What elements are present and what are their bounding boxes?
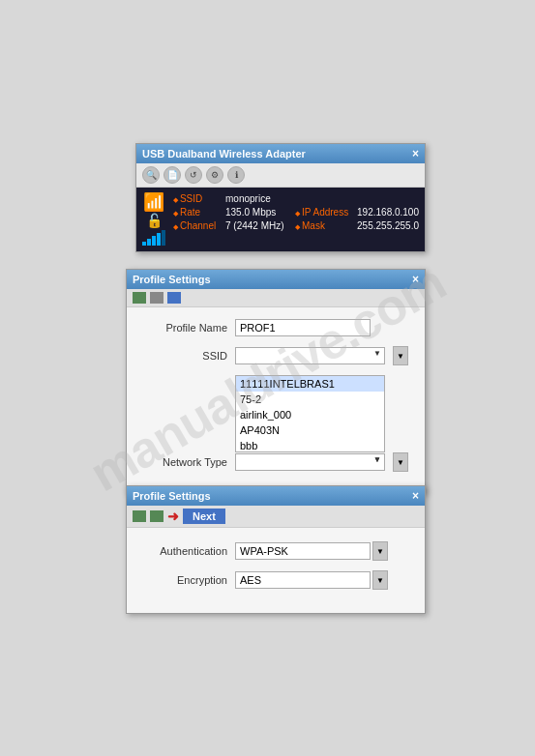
info-icon[interactable]: ℹ xyxy=(227,166,245,184)
wifi-status-row: 📶 🔓 SSID monoprice Rate 135.0 Mbps xyxy=(142,193,419,246)
profile-settings-auth-toolbar: ➜ Next xyxy=(127,506,425,528)
dropdown-item[interactable]: 11111INTELBRAS1 xyxy=(236,376,384,392)
encryption-dropdown-arrow[interactable]: ▼ xyxy=(372,570,388,590)
wifi-adapter-titlebar: USB Dualband Wireless Adapter × xyxy=(136,144,425,163)
settings-icon[interactable]: ⚙ xyxy=(206,166,223,184)
refresh-icon[interactable]: ↺ xyxy=(185,166,202,184)
ip-label: IP Address xyxy=(295,207,353,218)
rate-ip-row: Rate 135.0 Mbps IP Address 192.168.0.100 xyxy=(173,207,419,218)
wifi-adapter-title: USB Dualband Wireless Adapter xyxy=(142,148,306,160)
profile-settings-auth-close-button[interactable]: × xyxy=(412,489,419,503)
authentication-input[interactable] xyxy=(235,542,371,560)
next-nav-button[interactable] xyxy=(167,292,181,304)
bar2 xyxy=(147,239,151,246)
channel-label: Channel xyxy=(173,220,222,231)
auth-next-arrow-icon: ➜ xyxy=(167,509,179,524)
bar5 xyxy=(162,230,165,246)
ip-value: 192.168.0.100 xyxy=(357,207,419,218)
dropdown-item[interactable]: bbb xyxy=(236,438,384,452)
status-table: SSID monoprice Rate 135.0 Mbps IP Addres… xyxy=(173,193,419,234)
wifi-signal-icon: 📶 xyxy=(143,193,164,211)
wifi-adapter-toolbar: 🔍 📄 ↺ ⚙ ℹ xyxy=(136,163,425,188)
channel-value: 7 (2442 MHz) xyxy=(225,220,291,231)
ssid-select-wrapper xyxy=(235,347,385,364)
ssid-value: monoprice xyxy=(225,193,419,204)
ssid-label: SSID xyxy=(173,193,222,204)
profile-settings-auth-titlebar: Profile Settings × xyxy=(127,486,425,506)
network-type-label: Network Type xyxy=(142,456,227,468)
ssid-dropdown-list[interactable]: 11111INTELBRAS175-2airlink_000AP403NbbbB… xyxy=(235,375,385,452)
dropdown-item[interactable]: airlink_000 xyxy=(236,407,384,422)
encryption-label: Encryption xyxy=(142,574,227,586)
channel-mask-row: Channel 7 (2442 MHz) Mask 255.255.255.0 xyxy=(173,220,419,231)
authentication-row: Authentication ▼ xyxy=(142,541,409,561)
profile-settings-auth-title: Profile Settings xyxy=(133,490,211,502)
back-nav-button[interactable] xyxy=(133,292,146,304)
wifi-adapter-window: USB Dualband Wireless Adapter × 🔍 📄 ↺ ⚙ … xyxy=(135,143,426,252)
authentication-select-wrapper: ▼ xyxy=(235,541,388,561)
auth-prev-nav-button[interactable] xyxy=(150,510,163,522)
wifi-adapter-content: 📶 🔓 SSID monoprice Rate 135.0 Mbps xyxy=(136,188,425,251)
rate-label: Rate xyxy=(173,207,222,218)
profile-settings-titlebar: Profile Settings × xyxy=(127,270,425,289)
ssid-label: SSID xyxy=(142,350,227,362)
ssid-dropdown-arrow[interactable]: ▼ xyxy=(393,346,408,365)
document-icon[interactable]: 📄 xyxy=(163,166,181,184)
profile-name-input[interactable] xyxy=(235,319,371,336)
profile-settings-auth-body: Authentication ▼ Encryption ▼ xyxy=(127,528,425,613)
bar4 xyxy=(157,233,161,246)
signal-bars xyxy=(142,230,165,246)
dropdown-item[interactable]: 75-2 xyxy=(236,392,384,407)
authentication-dropdown-arrow[interactable]: ▼ xyxy=(372,541,388,561)
network-type-input[interactable] xyxy=(235,453,385,471)
search-icon[interactable]: 🔍 xyxy=(142,166,160,184)
mask-label: Mask xyxy=(295,220,353,231)
profile-settings-title: Profile Settings xyxy=(133,274,211,285)
prev-nav-button[interactable] xyxy=(150,292,163,304)
encryption-input[interactable] xyxy=(235,571,371,589)
profile-settings-close-button[interactable]: × xyxy=(412,273,419,286)
profile-settings-window: Profile Settings × Profile Name SSID ▼ 1… xyxy=(126,269,426,494)
rate-value: 135.0 Mbps xyxy=(225,207,291,218)
profile-name-label: Profile Name xyxy=(142,322,227,334)
network-type-row: Network Type ▼ ▼ xyxy=(142,452,409,472)
network-type-dropdown-arrow[interactable]: ▼ xyxy=(393,452,408,472)
encryption-select-wrapper: ▼ xyxy=(235,570,388,590)
bar3 xyxy=(152,236,156,246)
bar1 xyxy=(142,242,146,246)
encryption-row: Encryption ▼ xyxy=(142,570,409,590)
profile-settings-auth-window: Profile Settings × ➜ Next Authentication… xyxy=(126,485,426,614)
lock-icon: 🔓 xyxy=(146,213,163,228)
next-button[interactable]: Next xyxy=(183,509,225,524)
wifi-adapter-close-button[interactable]: × xyxy=(412,147,419,160)
profile-name-row: Profile Name xyxy=(142,319,409,336)
wifi-icon-area: 📶 🔓 xyxy=(142,193,165,246)
ssid-row: SSID ▼ xyxy=(142,346,409,365)
authentication-label: Authentication xyxy=(142,545,227,557)
profile-settings-toolbar xyxy=(127,289,425,307)
profile-settings-body: Profile Name SSID ▼ 11111INTELBRAS175-2a… xyxy=(127,307,425,493)
ssid-input[interactable] xyxy=(235,347,385,364)
ssid-row: SSID monoprice xyxy=(173,193,419,204)
mask-value: 255.255.255.0 xyxy=(357,220,419,231)
auth-back-nav-button[interactable] xyxy=(133,510,146,522)
network-type-select-wrapper: ▼ xyxy=(235,453,385,471)
dropdown-item[interactable]: AP403N xyxy=(236,422,384,438)
